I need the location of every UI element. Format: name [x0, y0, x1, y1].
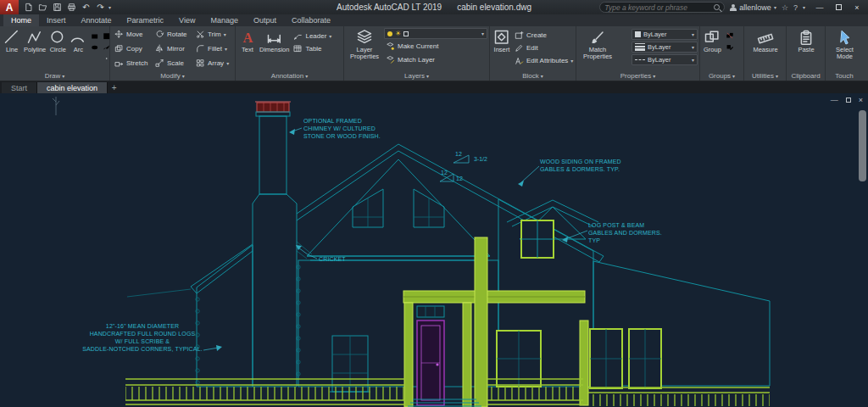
- layer-color-swatch: [403, 31, 409, 36]
- linetype-dropdown[interactable]: ByLayer ▾: [632, 54, 698, 65]
- edit-attributes-icon: [515, 56, 524, 65]
- create-block-button[interactable]: Create: [513, 29, 575, 42]
- panel-label-modify[interactable]: Modify▾: [110, 70, 235, 81]
- drawing-close-button[interactable]: ×: [859, 96, 863, 104]
- drawing-minimize-button[interactable]: —: [831, 96, 838, 104]
- text-icon: A: [239, 29, 256, 46]
- polyline-button[interactable]: Polyline: [23, 28, 47, 70]
- maximize-button[interactable]: [829, 0, 848, 14]
- create-block-icon: [515, 31, 524, 40]
- lineweight-list-icon[interactable]: [618, 42, 630, 53]
- save-button[interactable]: [51, 2, 64, 14]
- array-button[interactable]: Array▾: [194, 57, 233, 70]
- leader-button[interactable]: Leader▾: [292, 30, 333, 42]
- panel-label-groups[interactable]: Groups▾: [700, 70, 743, 81]
- panel-label-layers[interactable]: Layers▾: [344, 70, 489, 81]
- trim-button[interactable]: Trim▾: [194, 28, 233, 41]
- favorites-star-icon[interactable]: ☆: [782, 3, 788, 12]
- panel-label-annotation[interactable]: Annotation▾: [236, 70, 343, 81]
- xline-tool-icon[interactable]: [89, 53, 101, 64]
- dimension-button[interactable]: Dimension: [259, 28, 290, 70]
- help-button[interactable]: ?: [793, 3, 798, 12]
- edit-block-button[interactable]: Edit: [513, 42, 575, 54]
- insert-block-button[interactable]: Insert: [492, 28, 511, 70]
- move-button[interactable]: Move: [113, 28, 152, 41]
- new-drawing-tab-button[interactable]: +: [108, 82, 120, 93]
- sign-in-menu[interactable]: allenlowe ▾: [730, 3, 776, 12]
- table-button[interactable]: Table: [292, 42, 333, 55]
- tab-view[interactable]: View: [171, 14, 203, 26]
- ribbon-panel-draw: Line Polyline Circle Arc: [0, 26, 110, 81]
- drawing-restore-button[interactable]: [846, 98, 851, 103]
- search-input[interactable]: [604, 3, 710, 12]
- make-current-button[interactable]: Make Current: [384, 40, 487, 53]
- redo-button[interactable]: ↷: [94, 2, 107, 14]
- help-caret-icon[interactable]: ▾: [803, 4, 805, 10]
- tab-parametric[interactable]: Parametric: [120, 14, 172, 26]
- tab-annotate[interactable]: Annotate: [74, 14, 120, 26]
- arc-icon: [70, 29, 86, 46]
- file-tab-cabin-elevation[interactable]: cabin elevation: [37, 82, 108, 93]
- tab-home[interactable]: Home: [3, 14, 39, 26]
- object-color-list-icon[interactable]: [618, 29, 630, 40]
- select-mode-button[interactable]: Select Mode: [828, 28, 861, 70]
- vertical-scrollbar-thumb[interactable]: [859, 110, 866, 181]
- text-button[interactable]: A Text: [238, 28, 257, 70]
- group-edit-icon[interactable]: [724, 41, 736, 52]
- search-icon[interactable]: [714, 4, 720, 10]
- scale-button[interactable]: Scale: [153, 57, 192, 70]
- rotate-button[interactable]: Rotate: [153, 28, 192, 41]
- infocenter-search[interactable]: [599, 2, 725, 13]
- paste-button[interactable]: Paste: [797, 28, 815, 70]
- copy-button[interactable]: Copy: [113, 42, 152, 55]
- edit-attributes-button[interactable]: Edit Attributes▾: [513, 54, 575, 67]
- measure-button[interactable]: Measure: [752, 28, 778, 70]
- qat-customize-caret-icon[interactable]: ▾: [108, 4, 111, 10]
- mirror-button[interactable]: Mirror: [153, 42, 192, 55]
- linetype-list-icon[interactable]: [618, 54, 630, 65]
- tab-output[interactable]: Output: [246, 14, 284, 26]
- stretch-button[interactable]: Stretch: [113, 57, 152, 70]
- new-file-button[interactable]: [22, 2, 35, 14]
- panel-label-properties[interactable]: Properties▾: [576, 70, 699, 81]
- tab-insert[interactable]: Insert: [39, 14, 74, 26]
- lineweight-dropdown[interactable]: ByLayer ▾: [632, 42, 698, 53]
- layer-properties-button[interactable]: Layer Properties: [347, 28, 382, 70]
- flyout-caret-icon: ▾: [426, 73, 429, 79]
- circle-button[interactable]: Circle: [48, 28, 67, 70]
- ribbon-panel-properties: Match Properties ByLayer ▾ ByLayer: [576, 26, 700, 81]
- rectangle-tool-icon[interactable]: [89, 31, 101, 42]
- trim-caret-icon: ▾: [224, 31, 226, 37]
- minimize-button[interactable]: —: [810, 0, 829, 14]
- object-color-dropdown[interactable]: ByLayer ▾: [632, 29, 698, 40]
- undo-button[interactable]: ↶: [80, 2, 92, 14]
- fillet-caret-icon: ▾: [225, 46, 227, 52]
- ungroup-icon[interactable]: [724, 30, 736, 41]
- plot-button[interactable]: [65, 2, 78, 14]
- panel-label-draw[interactable]: Draw▾: [0, 70, 109, 81]
- ellipse-tool-icon[interactable]: [89, 42, 101, 53]
- linetype-caret-icon: ▾: [692, 57, 694, 63]
- file-tab-start[interactable]: Start: [2, 82, 37, 93]
- fillet-button[interactable]: Fillet▾: [194, 42, 233, 55]
- trim-icon: [196, 30, 205, 39]
- panel-label-block[interactable]: Block▾: [490, 70, 576, 81]
- group-button[interactable]: Group: [703, 28, 722, 70]
- move-icon: [114, 30, 124, 39]
- application-menu-button[interactable]: A: [0, 0, 19, 14]
- panel-label-utilities[interactable]: Utilities▾: [744, 70, 786, 81]
- match-layer-button[interactable]: Match Layer: [384, 53, 487, 66]
- open-file-button[interactable]: [36, 2, 49, 14]
- match-properties-icon: [589, 29, 606, 46]
- user-icon: [730, 4, 737, 11]
- linetype-icon: [635, 59, 645, 60]
- tab-collaborate[interactable]: Collaborate: [284, 14, 338, 26]
- drawing-canvas[interactable]: 12 3-1/2 12 12 OPTIONAL FRAMED CHIMNEY W…: [0, 93, 868, 407]
- tab-manage[interactable]: Manage: [203, 14, 246, 26]
- match-properties-button[interactable]: Match Properties: [579, 28, 616, 70]
- rotate-icon: [155, 30, 164, 39]
- layer-select-dropdown[interactable]: ☀ ▾: [384, 28, 487, 39]
- close-button[interactable]: ×: [848, 0, 866, 14]
- line-button[interactable]: Line: [3, 28, 21, 70]
- arc-button[interactable]: Arc: [69, 28, 87, 70]
